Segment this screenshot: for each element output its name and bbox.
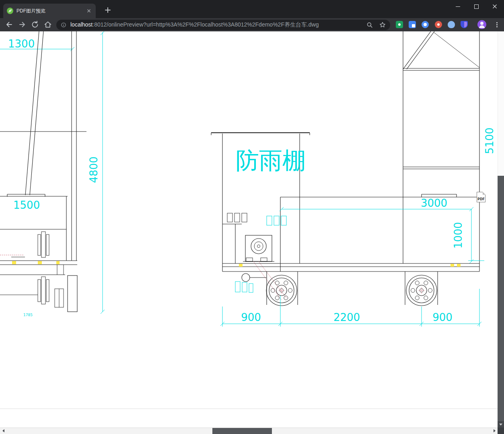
profile-avatar[interactable]	[477, 20, 486, 29]
dim-small: 1785	[23, 313, 33, 317]
extension-glyph	[464, 22, 467, 27]
back-button[interactable]	[5, 20, 14, 29]
right-wheel	[406, 275, 437, 306]
vertical-scrollbar-thumb[interactable]	[498, 176, 504, 421]
extension-icon-3[interactable]	[422, 21, 429, 28]
window-controls	[448, 0, 504, 13]
left-wheel	[266, 275, 297, 306]
page-info-icon[interactable]	[60, 22, 67, 28]
right-structure: 5100	[403, 31, 496, 263]
url-path: :8012/onlinePreview?url=http%3A%2F%2Floc…	[93, 21, 319, 28]
extension-icon-5[interactable]	[448, 21, 455, 28]
dim-1300: 1300	[8, 38, 35, 50]
scrollbar-corner	[498, 428, 504, 434]
close-button[interactable]	[485, 0, 504, 13]
pdf-badge-label: PDF	[477, 197, 485, 201]
avatar-head	[480, 22, 483, 25]
dim-2200: 2200	[333, 311, 360, 323]
reload-button[interactable]	[31, 20, 39, 29]
zoom-icon[interactable]	[366, 21, 373, 29]
new-tab-button[interactable]	[103, 5, 113, 15]
url-text: localhost:8012/onlinePreview?url=http%3A…	[70, 21, 360, 29]
forward-button[interactable]	[18, 20, 27, 29]
page-content: 1300 4800 1500	[0, 31, 498, 434]
scroll-down-button[interactable]	[498, 421, 504, 428]
cad-drawing: 1300 4800 1500	[0, 31, 498, 428]
extension-glyph	[412, 24, 415, 27]
bottom-dimensions: 900 2200 900	[220, 289, 481, 327]
plus-icon	[107, 7, 108, 13]
shed-label: 防雨棚	[236, 147, 306, 174]
maximize-icon	[474, 4, 479, 9]
home-button[interactable]	[43, 20, 52, 29]
bookmark-star-icon[interactable]	[379, 21, 386, 29]
pdf-float-button[interactable]: PDF	[477, 192, 485, 202]
arrow-right-icon	[494, 429, 496, 432]
horizontal-scrollbar-thumb[interactable]	[212, 428, 272, 434]
dim-5100: 5100	[483, 128, 496, 154]
avatar-body	[479, 25, 485, 28]
arrow-down-icon	[499, 424, 502, 426]
dim-1000: 1000	[452, 222, 464, 249]
extension-icon-1[interactable]	[396, 21, 403, 28]
minimize-button[interactable]	[448, 0, 467, 13]
page-fold	[483, 192, 485, 195]
extension-glyph	[437, 23, 440, 26]
extension-icon-2[interactable]	[409, 21, 416, 28]
browser-menu-button[interactable]	[494, 21, 500, 29]
arrow-left-icon	[2, 429, 4, 432]
close-icon	[492, 4, 497, 9]
extension-icon-6[interactable]	[461, 21, 468, 28]
url-host: localhost	[70, 21, 93, 28]
scroll-left-button[interactable]	[0, 428, 6, 434]
maximize-button[interactable]	[467, 0, 485, 13]
address-bar[interactable]: localhost:8012/onlinePreview?url=http%3A…	[56, 20, 390, 30]
dim-3000: 3000	[421, 197, 447, 209]
browser-tab[interactable]: PDF图片预览	[3, 4, 96, 18]
tab-strip: PDF图片预览	[0, 0, 504, 18]
tab-close-icon[interactable]	[86, 8, 92, 14]
scroll-right-button[interactable]	[491, 428, 498, 434]
browser-window: PDF图片预览	[0, 0, 504, 434]
tab-title: PDF图片预览	[16, 8, 82, 14]
extension-icon-4[interactable]	[435, 21, 442, 28]
dim-900-left: 900	[241, 311, 261, 323]
left-view: 1300 4800 1500	[0, 31, 105, 317]
extension-glyph	[398, 23, 401, 26]
minimize-icon	[456, 6, 460, 7]
dim-4800: 4800	[88, 156, 100, 183]
dim-900-right: 900	[432, 311, 453, 323]
shed-view: 防雨棚	[211, 133, 310, 300]
spring-favicon	[7, 8, 13, 14]
dim-1500: 1500	[13, 199, 40, 211]
